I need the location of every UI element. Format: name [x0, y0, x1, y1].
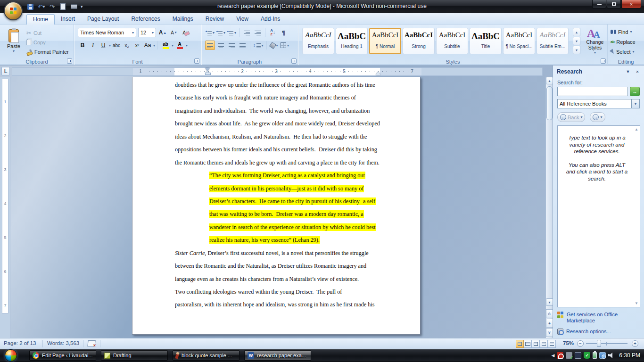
clear-formatting-button[interactable]: Aa — [181, 28, 191, 37]
scroll-up-icon[interactable]: ▲ — [546, 77, 553, 84]
undo-icon[interactable]: ↶▾ — [37, 3, 45, 11]
grow-font-button[interactable]: A▲ — [158, 28, 167, 37]
close-button[interactable]: × — [621, 0, 641, 8]
clock[interactable]: 6:30 PM — [619, 352, 640, 359]
align-center-button[interactable] — [216, 41, 226, 50]
decrease-indent-button[interactable] — [242, 28, 252, 37]
numbering-button[interactable]: ▾ — [216, 28, 226, 37]
draft-view-button[interactable] — [548, 340, 556, 348]
right-indent-marker[interactable] — [376, 72, 380, 75]
font-color-button[interactable]: A — [174, 41, 185, 50]
replace-button[interactable]: abReplace — [608, 37, 636, 47]
volume-tray-icon[interactable] — [608, 353, 614, 358]
text-line[interactable]: Sister Carrie, Dreiser’s first successfu… — [175, 250, 380, 263]
highlight-button[interactable]: ab — [160, 41, 171, 50]
text-line[interactable]: Two conflicting ideologies warred within… — [175, 288, 380, 301]
quote-line[interactable]: “The city was forming Dreiser, acting as… — [209, 172, 380, 185]
change-case-button[interactable]: Aa — [143, 41, 152, 50]
strikethrough-button[interactable]: abc — [112, 41, 121, 50]
style-tile[interactable]: AaBbCcI Emphasis — [302, 28, 334, 54]
zoom-level[interactable]: 75% — [563, 340, 574, 346]
back-button[interactable]: ← Back ▾ — [557, 112, 585, 122]
format-painter-button[interactable]: Format Painter — [26, 47, 69, 57]
style-tile[interactable]: AaBbCcI ¶ No Spaci... — [503, 28, 535, 54]
text-line[interactable]: oppositions between his former ideals an… — [175, 146, 380, 159]
previous-page-button[interactable]: « — [546, 309, 553, 318]
quote-line[interactable]: that was waiting to be born. Dreiser was… — [209, 211, 380, 223]
ribbon-tab[interactable]: Home — [26, 14, 55, 25]
subscript-button[interactable]: x₂ — [122, 41, 132, 50]
copy-button[interactable]: Copy — [26, 38, 69, 47]
styles-dialog-launcher[interactable] — [601, 58, 606, 64]
paragraph-dialog-launcher[interactable] — [291, 58, 297, 64]
text-line[interactable]: the Romantic themes and ideals he grew u… — [175, 159, 380, 172]
research-options-link[interactable]: Research options... — [557, 329, 641, 335]
research-search-input[interactable] — [557, 87, 628, 96]
style-tile[interactable]: AaBbC Title — [470, 28, 502, 54]
text-line[interactable]: pastoralism, with its inherent hope and … — [175, 301, 380, 314]
scrollbar-thumb[interactable] — [546, 86, 553, 120]
text-line[interactable]: between the Romantic and the Naturalist,… — [175, 263, 380, 275]
text-line[interactable]: brought new ideas about life. As he grew… — [175, 120, 380, 133]
next-page-button[interactable]: » — [546, 328, 553, 337]
ribbon-tab[interactable]: View — [230, 14, 255, 25]
tab-stop-selector[interactable]: L — [1, 67, 10, 75]
quick-print-icon[interactable] — [70, 3, 78, 11]
font-color-dropdown-icon[interactable]: ▾ — [186, 43, 188, 48]
back-dropdown-icon[interactable]: ▾ — [580, 115, 582, 119]
outline-view-button[interactable] — [540, 340, 548, 348]
highlighted-text[interactable]: that was waiting to be born. Dreiser was… — [209, 210, 364, 218]
style-tile[interactable]: AaBbCcI Subtle Em... — [537, 28, 569, 54]
font-dialog-launcher[interactable] — [194, 58, 199, 64]
forward-button[interactable]: → ▾ — [590, 112, 605, 122]
start-button[interactable] — [5, 349, 17, 362]
reference-source-select[interactable]: All Reference Books ▾ — [557, 99, 640, 108]
multilevel-list-button[interactable]: ▾ — [227, 28, 237, 37]
box-scroll-down-icon[interactable]: ▼ — [635, 301, 638, 305]
minimize-button[interactable] — [592, 0, 606, 8]
network-tray-icon[interactable] — [599, 352, 606, 359]
office-marketplace-link[interactable]: Get services on Office Marketplace — [557, 312, 641, 324]
cut-button[interactable]: ✂Cut — [26, 28, 69, 38]
taskbar-button[interactable]: Edit Page ‹ Livaudai... — [29, 350, 96, 361]
text-line[interactable]: imagination and individualism. The world… — [175, 107, 380, 120]
scroll-down-icon[interactable]: ▼ — [546, 298, 553, 306]
quote-line[interactable]: wanderer in search of the experience or … — [209, 224, 380, 237]
horizontal-ruler[interactable]: 123457 — [12, 67, 543, 76]
bullets-button[interactable]: ▾ — [205, 28, 215, 37]
highlighted-text[interactable]: “The city was forming Dreiser, acting as… — [209, 172, 365, 179]
paste-button[interactable]: Paste ▾ — [3, 27, 25, 58]
pane-close-icon[interactable]: × — [634, 68, 641, 75]
forward-dropdown-icon[interactable]: ▾ — [600, 115, 602, 119]
show-hide-pilcrow-button[interactable]: ¶ — [279, 28, 289, 37]
start-search-button[interactable]: → — [630, 87, 640, 96]
highlighted-text[interactable]: elements dormant in his personality—just… — [209, 185, 364, 192]
italic-title[interactable]: Sister Carrie — [175, 250, 205, 256]
web-layout-view-button[interactable] — [532, 340, 540, 348]
zoom-slider-thumb[interactable] — [597, 340, 601, 347]
highlight-dropdown-icon[interactable]: ▾ — [172, 43, 173, 48]
print-layout-view-button[interactable] — [516, 340, 524, 348]
usb-device-tray-icon[interactable] — [566, 352, 572, 359]
maximize-button[interactable] — [607, 0, 621, 8]
change-case-dropdown-icon[interactable]: ▾ — [153, 43, 155, 48]
text-line[interactable]: because his early work is fraught with n… — [175, 94, 380, 107]
font-size-combo[interactable]: 12▾ — [138, 28, 156, 37]
office-button[interactable] — [4, 1, 23, 20]
style-tile[interactable]: AaBbCcI Subtitle — [436, 28, 468, 54]
change-styles-button[interactable]: AA Change Styles ▾ — [583, 27, 607, 56]
paste-dropdown-icon[interactable]: ▾ — [3, 49, 24, 53]
ribbon-tab[interactable]: Mailings — [166, 14, 199, 25]
page-indicator[interactable]: Page: 2 of 13 — [4, 340, 36, 346]
taskbar-button[interactable]: block quote sample ... — [173, 350, 239, 361]
quote-line[interactable]: realize his nature, his very essence” (L… — [209, 237, 380, 249]
style-tile[interactable]: AaBbCcI Strong — [403, 28, 435, 54]
select-button[interactable]: Select▾ — [608, 47, 636, 57]
styles-scroll-up-icon[interactable]: ▲ — [573, 28, 580, 36]
borders-button[interactable]: ▾ — [280, 41, 290, 50]
save-icon[interactable] — [26, 3, 34, 11]
superscript-button[interactable]: x² — [132, 41, 142, 50]
print-preview-icon[interactable] — [59, 3, 67, 11]
quote-line[interactable]: elements dormant in his personality—just… — [209, 185, 380, 198]
left-indent-marker[interactable] — [205, 71, 210, 75]
